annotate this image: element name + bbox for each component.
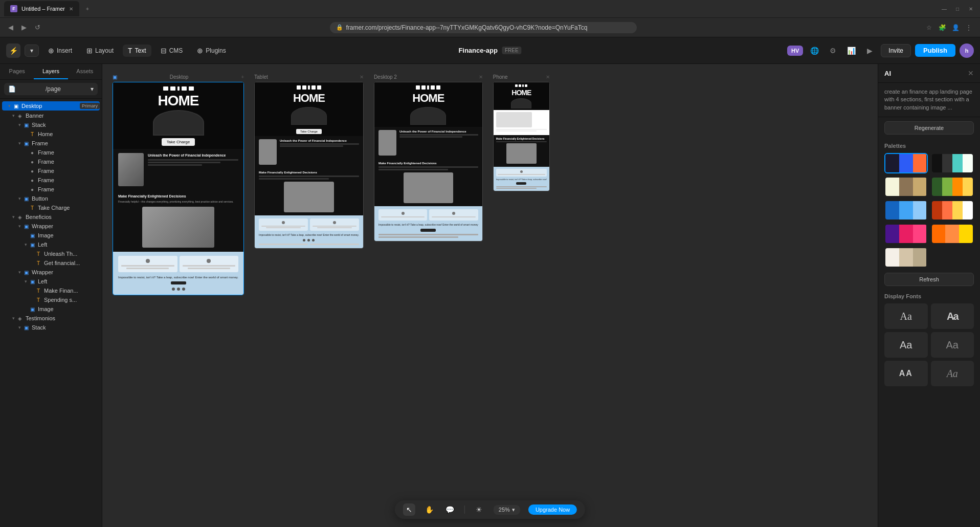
plugins-button[interactable]: ⊕ Plugins xyxy=(192,45,231,57)
desktop2-frame[interactable]: HOME Unleash the Power of Financial Inde… xyxy=(374,82,483,241)
palette-item-5[interactable] xyxy=(884,200,928,221)
tree-item-frame1[interactable]: ▾ ● Frame xyxy=(0,148,102,157)
invite-button[interactable]: Invite xyxy=(881,44,911,57)
tree-item-frame-parent[interactable]: ▾ ▣ Frame xyxy=(0,139,102,148)
ai-close-button[interactable]: ✕ xyxy=(968,69,974,77)
play-button[interactable]: ▶ xyxy=(862,43,877,58)
back-button[interactable]: ◀ xyxy=(6,21,15,33)
palette-item-3[interactable] xyxy=(884,177,928,197)
tree-item-button[interactable]: ▾ ▣ Button xyxy=(0,194,102,203)
tab-layers[interactable]: Layers xyxy=(34,64,68,79)
refresh-button[interactable]: Refresh xyxy=(884,273,974,286)
toggle-wrapper1[interactable]: ▾ xyxy=(16,223,23,229)
tree-item-left2[interactable]: ▾ ▣ Left xyxy=(0,277,102,286)
canvas-area[interactable]: ▣ Desktop + xyxy=(102,64,878,527)
minimize-icon[interactable]: — xyxy=(939,4,949,14)
tablet-frame[interactable]: HOME Take Charge Unl xyxy=(254,82,364,249)
profile-icon[interactable]: 👤 xyxy=(950,23,961,33)
regenerate-button[interactable]: Regenerate xyxy=(884,121,974,135)
comment-tool[interactable]: 💬 xyxy=(444,503,456,516)
palette-item-9[interactable] xyxy=(884,247,928,268)
upgrade-button[interactable]: Upgrade Now xyxy=(528,504,577,515)
tree-item-wrapper2[interactable]: ▾ ▣ Wrapper xyxy=(0,268,102,277)
url-bar[interactable]: 🔒 framer.com/projects/Finance-app--7nyTT… xyxy=(330,22,637,33)
project-dropdown[interactable]: ▾ xyxy=(25,45,39,57)
font-item-6[interactable]: Aa xyxy=(931,361,974,386)
new-tab-button[interactable]: + xyxy=(81,3,94,15)
palette-item-8[interactable] xyxy=(931,224,974,244)
cms-button[interactable]: ⊟ CMS xyxy=(155,45,188,57)
font-item-1[interactable]: Aa xyxy=(884,303,928,329)
maximize-icon[interactable]: □ xyxy=(952,4,963,14)
palette-item-6[interactable] xyxy=(931,200,974,221)
palette-item-2[interactable] xyxy=(931,153,974,173)
toggle-beneficios[interactable]: ▾ xyxy=(10,214,16,220)
theme-toggle[interactable]: ☀ xyxy=(473,503,485,516)
font-item-3[interactable]: Aa xyxy=(884,332,928,358)
tree-item-make-finan[interactable]: ▾ T Make Finan... xyxy=(0,286,102,295)
toggle-desktop[interactable]: ▾ xyxy=(6,103,12,109)
tree-item-left1[interactable]: ▾ ▣ Left xyxy=(0,240,102,249)
browser-menu-icon[interactable]: ⋮ xyxy=(964,23,974,33)
text-button[interactable]: T Text xyxy=(123,45,151,57)
tree-item-get-financial[interactable]: ▾ T Get financial... xyxy=(0,258,102,268)
tree-item-spending[interactable]: ▾ T Spending s... xyxy=(0,295,102,304)
publish-button[interactable]: Publish xyxy=(915,44,955,57)
font-item-2[interactable]: Aa xyxy=(931,303,974,329)
tree-item-beneficios[interactable]: ▾ ◈ Beneficios xyxy=(0,212,102,222)
hv-button[interactable]: HV xyxy=(787,46,803,56)
tree-item-unleash[interactable]: ▾ T Unleash Th... xyxy=(0,249,102,258)
tree-item-frame2[interactable]: ▾ ● Frame xyxy=(0,157,102,166)
tree-item-image1[interactable]: ▾ ▣ Image xyxy=(0,231,102,240)
close-window-icon[interactable]: ✕ xyxy=(966,4,976,14)
framer-logo[interactable]: ⚡ xyxy=(6,43,20,58)
toggle-frame-parent[interactable]: ▾ xyxy=(16,140,23,146)
toggle-left2[interactable]: ▾ xyxy=(23,278,29,284)
tree-item-home[interactable]: ▾ T Home xyxy=(0,129,102,139)
palette-item-4[interactable] xyxy=(931,177,974,197)
tree-item-frame4[interactable]: ▾ ● Frame xyxy=(0,175,102,185)
tab-assets[interactable]: Assets xyxy=(68,64,102,79)
tree-item-stack2[interactable]: ▾ ▣ Stack xyxy=(0,323,102,332)
refresh-button[interactable]: ↺ xyxy=(33,21,42,33)
extensions-icon[interactable]: 🧩 xyxy=(937,23,947,33)
desktop2-close-icon[interactable]: ✕ xyxy=(479,74,483,80)
analytics-button[interactable]: 📊 xyxy=(844,43,858,58)
browser-tab-active[interactable]: F Untitled – Framer ✕ xyxy=(4,1,79,16)
toggle-stack2[interactable]: ▾ xyxy=(16,324,23,331)
tree-item-frame3[interactable]: ▾ ● Frame xyxy=(0,166,102,175)
toggle-testimonios[interactable]: ▾ xyxy=(10,315,16,321)
user-avatar[interactable]: h xyxy=(960,43,974,58)
toggle-button[interactable]: ▾ xyxy=(16,195,23,202)
globe-button[interactable]: 🌐 xyxy=(807,43,821,58)
palette-item-1[interactable] xyxy=(884,153,928,173)
font-item-4[interactable]: Aa xyxy=(931,332,974,358)
tree-item-stack[interactable]: ▾ ▣ Stack xyxy=(0,120,102,129)
phone-frame[interactable]: HOME Make Fina xyxy=(493,82,550,191)
tree-item-frame5[interactable]: ▾ ● Frame xyxy=(0,185,102,194)
zoom-control[interactable]: 25% ▾ xyxy=(494,505,520,515)
tab-pages[interactable]: Pages xyxy=(0,64,34,79)
tree-item-testimonios[interactable]: ▾ ◈ Testimonios xyxy=(0,314,102,323)
tree-item-wrapper1[interactable]: ▾ ▣ Wrapper xyxy=(0,222,102,231)
font-item-5[interactable]: AA xyxy=(884,361,928,386)
layout-button[interactable]: ⊞ Layout xyxy=(81,45,119,57)
bookmark-icon[interactable]: ☆ xyxy=(924,23,934,33)
tree-item-banner[interactable]: ▾ ◈ Banner xyxy=(0,111,102,120)
insert-button[interactable]: ⊕ Insert xyxy=(43,45,77,57)
palette-item-7[interactable] xyxy=(884,224,928,244)
page-dropdown[interactable]: 📄 /page ▾ xyxy=(4,83,98,95)
tree-item-take-charge[interactable]: ▾ T Take Charge xyxy=(0,203,102,212)
toggle-stack[interactable]: ▾ xyxy=(16,122,23,128)
toggle-left1[interactable]: ▾ xyxy=(23,241,29,248)
settings-button[interactable]: ⚙ xyxy=(826,43,840,58)
cursor-tool[interactable]: ↖ xyxy=(403,503,415,516)
toggle-banner[interactable]: ▾ xyxy=(10,113,16,119)
tab-close-icon[interactable]: ✕ xyxy=(69,6,73,12)
hand-tool[interactable]: ✋ xyxy=(424,503,436,516)
desktop-frame[interactable]: HOME Take Charge xyxy=(113,82,244,295)
desktop-close-icon[interactable]: + xyxy=(241,74,244,80)
toggle-wrapper2[interactable]: ▾ xyxy=(16,269,23,275)
phone-close-icon[interactable]: ✕ xyxy=(546,74,550,80)
tablet-close-icon[interactable]: ✕ xyxy=(360,74,364,80)
